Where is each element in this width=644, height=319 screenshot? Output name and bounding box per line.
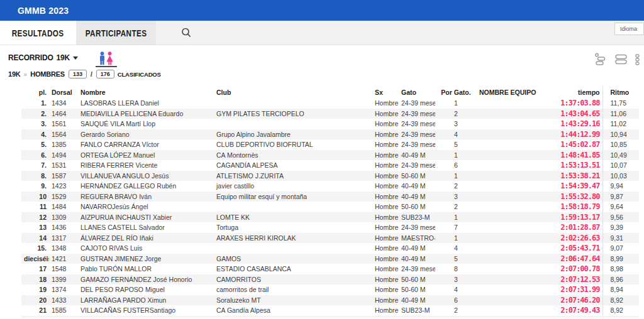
- table-row[interactable]: 8.1587VILLANUEVA ANGULO JesúsATLETISMO J…: [21, 171, 639, 181]
- cell-pl: 8.: [21, 171, 49, 181]
- cell-nombre: REGUERA BRAVO Iván: [78, 192, 214, 202]
- cell-equipo: [477, 192, 556, 202]
- recorrido-dropdown[interactable]: RECORRIDO 19K: [8, 53, 78, 62]
- cell-nombre: SAUQUÉ VILA Martí Llop: [78, 119, 214, 129]
- col-header-equipo: NOMBRE EQUIPO: [477, 86, 556, 98]
- cell-dorsal: 1399: [49, 274, 78, 285]
- cell-por_gato: 3: [435, 274, 477, 285]
- cell-ritmo: 10,85: [602, 139, 639, 150]
- table-row[interactable]: 131436LLANES CASTELL SalvadorTortugaHomb…: [21, 222, 639, 233]
- col-header-sx: Sx: [372, 86, 399, 98]
- cell-dorsal: 1587: [49, 171, 78, 181]
- gender-filter-toggle[interactable]: [96, 51, 117, 67]
- col-header-por_gato: Por Gato.: [435, 86, 477, 98]
- cell-dorsal: 1317: [49, 233, 78, 244]
- cell-sx: Hombre: [372, 119, 399, 129]
- col-header-pl: pl.: [21, 86, 49, 98]
- table-row[interactable]: 1.1434LASOBRAS LLERA DanielHombre24-39 m…: [21, 98, 639, 109]
- ranking-icon: [594, 53, 607, 66]
- table-row[interactable]: 211585VILLACAÑAS FUSTERSantiagoCA Gandía…: [21, 305, 639, 316]
- cell-pl: 13: [21, 222, 49, 233]
- tab-participantes-label: PARTICIPANTES: [86, 28, 147, 38]
- table-row[interactable]: 5.1385FANLO CARRANZA VíctorCLUB DEPORTIV…: [21, 139, 639, 150]
- cell-sx: Hombre: [372, 192, 399, 202]
- table-row[interactable]: 9.1423HERNÁNDEZ GALLEGO Rubénjavier cast…: [21, 181, 639, 192]
- cell-nombre: Pablo TURÓN MALLOR: [78, 264, 214, 274]
- cell-ritmo: 9,56: [602, 212, 639, 223]
- cell-ritmo: 10,49: [602, 150, 639, 161]
- table-row[interactable]: dieciséis.1421GUSTRAN JIMENEZ JorgeGAMOS…: [21, 254, 639, 264]
- more-icon: [635, 53, 644, 66]
- table-row[interactable]: 201433LARRAÑAGA PARDO XimunSoraluzeko MT…: [21, 295, 639, 306]
- cell-gato: 50-60 M: [399, 202, 435, 212]
- ranking-view-button[interactable]: [594, 53, 607, 66]
- cell-club: ATLETISMO J.ZURITA: [214, 171, 372, 181]
- cell-por_gato: 7: [435, 222, 477, 233]
- table-row[interactable]: 4.1564Gerardo SorianoGrupo Alpino Javala…: [21, 129, 639, 140]
- cell-por_gato: 5: [435, 139, 477, 150]
- tab-resultados[interactable]: RESULTADOS: [0, 21, 76, 45]
- tab-resultados-label: RESULTADOS: [12, 28, 64, 38]
- cell-por_gato: 1: [435, 98, 477, 109]
- cell-equipo: [477, 202, 556, 212]
- more-button[interactable]: [635, 53, 644, 66]
- table-row[interactable]: 171548Pablo TURÓN MALLORESTADIO CASABLAN…: [21, 264, 639, 274]
- cell-equipo: [477, 284, 556, 295]
- classified-count-badge: 133: [69, 70, 87, 78]
- cell-ritmo: 9,64: [602, 202, 639, 212]
- cell-gato: 24-39 meses: [399, 264, 435, 274]
- cell-tiempo: 2:01:28.87: [556, 222, 602, 233]
- table-row[interactable]: 2.1464MEDIAVILLA PELLICENA EduardoGYM PI…: [21, 109, 639, 119]
- cell-tiempo: 1:55:32.80: [556, 192, 602, 202]
- cell-pl: 7.: [21, 160, 49, 171]
- cell-gato: 24-39 meses: [399, 139, 435, 150]
- table-row[interactable]: 191374DEL PESO RAPOSO Miguelcamorritos d…: [21, 284, 639, 295]
- cell-ritmo: 11,06: [602, 109, 639, 119]
- cell-gato: 40-49 M: [399, 150, 435, 161]
- cell-pl: dieciséis.: [21, 254, 49, 264]
- cell-tiempo: 1:59:13.17: [556, 212, 602, 223]
- cell-sx: Hombre: [372, 284, 399, 295]
- male-female-icon: [96, 51, 116, 65]
- search-button[interactable]: [167, 21, 205, 45]
- cell-nombre: ÁLVAREZ DEL RÍO Iñaki: [78, 233, 214, 244]
- cell-pl: 12: [21, 212, 49, 223]
- tab-participantes[interactable]: PARTICIPANTES: [76, 21, 156, 45]
- cell-pl: 3.: [21, 119, 49, 129]
- cell-equipo: [477, 129, 556, 140]
- language-button-label: Idioma: [620, 26, 637, 32]
- list-view-icon: [615, 53, 627, 65]
- list-view-button[interactable]: [615, 53, 627, 65]
- cell-club: CA Montornès: [214, 150, 372, 161]
- table-row[interactable]: 101529REGUERA BRAVO IvánEquipo militar e…: [21, 192, 639, 202]
- cell-gato: 40-49 M: [399, 181, 435, 192]
- col-header-tiempo: tiempo: [556, 86, 602, 98]
- table-row[interactable]: 141317ÁLVAREZ DEL RÍO IñakiARAXES HERRI …: [21, 233, 639, 244]
- cell-pl: 10: [21, 192, 49, 202]
- cell-club: GYM PILATES TERCIOPELO: [214, 109, 372, 119]
- cell-por_gato: 1: [435, 212, 477, 223]
- table-row[interactable]: 7.1531RIBERA FERRER VicenteCAGANDÍA ALPE…: [21, 160, 639, 171]
- tab-bar: RESULTADOS PARTICIPANTES Idioma: [0, 21, 644, 45]
- cell-tiempo: 2:07:31.99: [556, 284, 602, 295]
- chevron-down-icon: [73, 57, 78, 60]
- cell-sx: Hombre: [372, 254, 399, 264]
- table-row[interactable]: 6.1494ORTEGA LÓPEZ ManuelCA MontornèsHom…: [21, 150, 639, 161]
- table-row[interactable]: 15.1348CAJOTO RIVAS LuisHombre40-49 M42:…: [21, 243, 639, 254]
- cell-tiempo: 1:43:29.16: [556, 119, 602, 129]
- table-row[interactable]: 3.1561SAUQUÉ VILA Martí LlopHombre24-39 …: [21, 119, 639, 129]
- cell-equipo: [477, 212, 556, 223]
- cell-por_gato: 1: [435, 171, 477, 181]
- cell-nombre: ORTEGA LÓPEZ Manuel: [78, 150, 214, 161]
- cell-por_gato: 2: [435, 202, 477, 212]
- cell-club: javier castillo: [214, 181, 372, 192]
- cell-equipo: [477, 119, 556, 129]
- cell-pl: 14: [21, 233, 49, 244]
- table-row[interactable]: 181399GAMAZO FERNÁNDEZ José HonorioCAMOR…: [21, 274, 639, 285]
- cell-club: ESTADIO CASABLANCA: [214, 264, 372, 274]
- table-row[interactable]: 111484NAVARROJesús ÁngelHombre50-60 M21:…: [21, 202, 639, 212]
- table-row[interactable]: 121309AIZPURUA INCHAUSTI XabierLOMTE KKH…: [21, 212, 639, 223]
- cell-ritmo: 8,92: [602, 305, 639, 316]
- language-button[interactable]: Idioma: [614, 23, 644, 35]
- cell-tiempo: 2:07:46.20: [556, 295, 602, 306]
